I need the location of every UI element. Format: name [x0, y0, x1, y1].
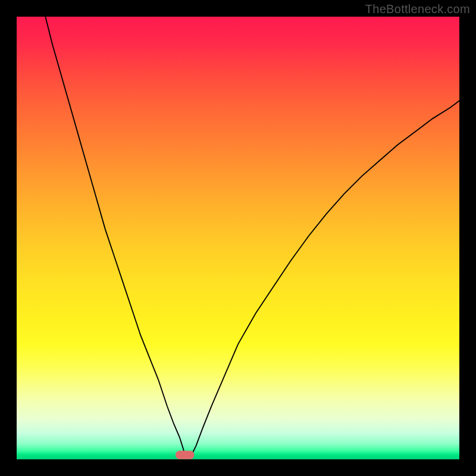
optimum-marker	[176, 450, 194, 459]
watermark-text: TheBottleneck.com	[365, 2, 470, 16]
optimum-marker-layer	[17, 17, 459, 459]
chart-area	[17, 17, 459, 459]
